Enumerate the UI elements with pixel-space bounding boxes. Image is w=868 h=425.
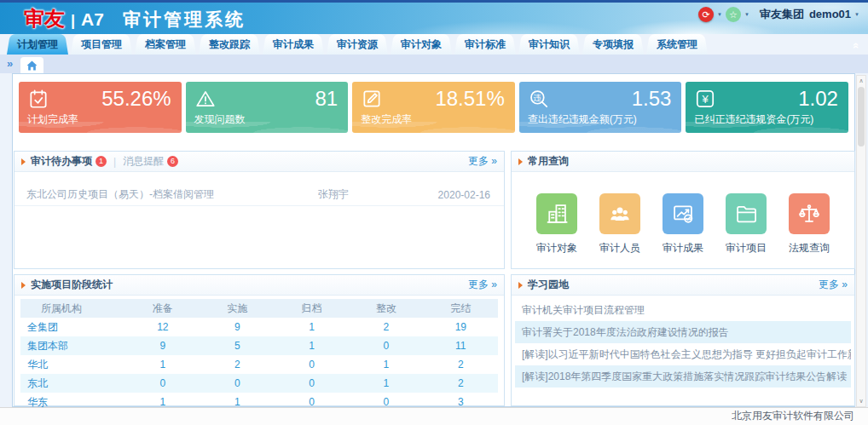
account-org: 审友集团 [760, 8, 804, 20]
quick-query-audit-results[interactable]: 审计成果 [658, 193, 708, 256]
learning-item[interactable]: 审计署关于2018年度法治政府建设情况的报告 [515, 321, 851, 343]
learning-item[interactable]: [解读]以习近平新时代中国特色社会主义思想为指导 更好担负起审计工作新职责新..… [515, 343, 851, 365]
brand-logo: 审友 [24, 5, 65, 32]
stage-count[interactable]: 5 [200, 336, 275, 355]
table-row: 东北 0 0 0 1 2 [20, 374, 498, 393]
learning-more-link[interactable]: 更多 » [819, 278, 848, 292]
org-link[interactable]: 东北 [20, 374, 125, 393]
col-complete: 完结 [424, 299, 498, 318]
tab-message-reminders[interactable]: 消息提醒 [123, 154, 164, 169]
stat-card-violation-amount[interactable]: 违 1.53 查出违纪违规金额(万元) [519, 82, 682, 133]
tab-audit-standards[interactable]: 审计标准 [454, 34, 516, 55]
quick-query-label: 审计项目 [721, 241, 771, 256]
quick-query-label: 法规查询 [784, 241, 834, 256]
todo-date: 2020-02-16 [420, 189, 492, 201]
panel-title: 常用查询 [528, 154, 569, 169]
learning-item[interactable]: [解读]2018年第四季度国家重大政策措施落实情况跟踪审计结果公告解读 [515, 365, 851, 388]
stat-card-problems-found[interactable]: 81 发现问题数 [186, 82, 349, 133]
stat-label: 计划完成率 [27, 112, 78, 127]
tab-system-management[interactable]: 系统管理 [646, 34, 708, 55]
stage-count[interactable]: 0 [275, 355, 349, 374]
stage-more-link[interactable]: 更多 » [468, 278, 497, 292]
favorite-caret-icon[interactable]: ▼ [744, 12, 749, 17]
favorite-button[interactable]: ☆ [726, 7, 741, 22]
stage-count[interactable]: 11 [424, 336, 498, 355]
stage-count[interactable]: 2 [424, 374, 498, 393]
tab-special-reporting[interactable]: 专项填报 [582, 34, 644, 55]
account-menu[interactable]: 审友集团demo01 [760, 7, 851, 22]
refresh-caret-icon[interactable]: ▼ [717, 12, 722, 17]
app-header: 审友 | A7 审计管理系统 ⟳ ▼ ☆ ▼ 审友集团demo01 ▼ [0, 3, 868, 34]
todo-panel-header: 审计待办事项 1 | 消息提醒 6 更多 » [14, 152, 504, 172]
todo-more-link[interactable]: 更多 » [468, 154, 497, 169]
stat-label: 整改完成率 [361, 112, 412, 127]
panel-title: 学习园地 [528, 278, 569, 292]
svg-text:¥: ¥ [702, 93, 709, 106]
edit-square-icon [361, 88, 383, 110]
tab-project-management[interactable]: 项目管理 [71, 34, 132, 55]
stage-count[interactable]: 1 [349, 374, 423, 393]
tab-archive-management[interactable]: 档案管理 [135, 34, 196, 55]
stage-count[interactable]: 0 [125, 374, 200, 393]
expand-arrows-icon[interactable]: » [7, 57, 13, 70]
stage-count[interactable]: 2 [424, 355, 498, 374]
col-archive: 归档 [275, 299, 349, 318]
home-tab[interactable] [20, 57, 43, 73]
quick-query-audit-personnel[interactable]: 审计人员 [595, 193, 645, 256]
home-icon [26, 60, 38, 71]
stage-count[interactable]: 9 [125, 336, 200, 355]
stat-card-corrected-funds[interactable]: ¥ 1.02 已纠正违纪违规资金(万元) [686, 82, 848, 133]
stage-count[interactable]: 2 [349, 318, 423, 336]
todo-list-item[interactable]: 东北公司历史项目（易天）-档案借阅管理 张翔宇 2020-02-16 [14, 184, 504, 206]
tab-audit-results[interactable]: 审计成果 [263, 34, 324, 55]
user-area: ⟳ ▼ ☆ ▼ 审友集团demo01 ▼ [698, 7, 859, 22]
scroll-down-icon[interactable]: ∨ [857, 398, 865, 405]
tab-audit-knowledge[interactable]: 审计知识 [518, 34, 580, 55]
stage-count[interactable]: 1 [349, 355, 423, 374]
stage-count[interactable]: 19 [424, 318, 498, 336]
tab-plan-management[interactable]: 计划管理 [7, 34, 68, 55]
collapse-chevrons-icon[interactable]: « [850, 43, 863, 49]
panel-marker-icon [21, 158, 26, 165]
org-link[interactable]: 华北 [20, 355, 125, 374]
stage-count[interactable]: 0 [349, 336, 423, 355]
quick-query-label: 审计成果 [658, 241, 708, 256]
org-link[interactable]: 集团本部 [20, 336, 125, 355]
yuan-sign-icon: ¥ [694, 88, 716, 110]
table-header-row: 所属机构 准备 实施 归档 整改 完结 [20, 299, 498, 318]
vertical-scrollbar[interactable]: ∧ ∨ [856, 75, 866, 407]
stage-stats-header: 实施项目阶段统计 更多 » [14, 275, 504, 296]
quick-query-audit-projects[interactable]: 审计项目 [721, 193, 771, 256]
quick-query-regulations[interactable]: 法规查询 [784, 193, 834, 256]
stage-count[interactable]: 2 [200, 355, 275, 374]
stage-count[interactable]: 0 [275, 374, 349, 393]
org-link[interactable]: 全集团 [20, 318, 125, 336]
refresh-icon: ⟳ [702, 10, 709, 20]
quick-query-audit-objects[interactable]: 审计对象 [532, 193, 582, 256]
col-rectify: 整改 [349, 299, 423, 318]
quick-query-label: 审计对象 [532, 241, 582, 256]
tab-audit-todos[interactable]: 审计待办事项 [31, 154, 92, 169]
learning-panel: 学习园地 更多 » 审计机关审计项目流程管理 审计署关于2018年度法治政府建设… [511, 274, 855, 406]
tab-rectification-tracking[interactable]: 整改跟踪 [199, 34, 260, 55]
stat-value: 1.53 [632, 87, 672, 111]
tab-audit-objects[interactable]: 审计对象 [391, 34, 452, 55]
stat-card-plan-completion[interactable]: 55.26% 计划完成率 [19, 82, 182, 133]
stage-count[interactable]: 1 [275, 336, 349, 355]
stage-count[interactable]: 12 [125, 318, 200, 336]
stage-count[interactable]: 1 [275, 318, 349, 336]
refresh-button[interactable]: ⟳ [698, 7, 714, 22]
col-prepare: 准备 [125, 299, 200, 318]
stat-value: 55.26% [101, 87, 171, 111]
stat-card-rectification-completion[interactable]: 18.51% 整改完成率 [352, 82, 515, 133]
scroll-up-icon[interactable]: ∧ [857, 78, 865, 84]
learning-item[interactable]: 审计机关审计项目流程管理 [515, 299, 851, 321]
stage-count[interactable]: 0 [200, 374, 275, 393]
scrollbar-thumb[interactable] [858, 87, 865, 146]
tab-audit-resources[interactable]: 审计资源 [327, 34, 388, 55]
stage-count[interactable]: 1 [125, 355, 200, 374]
svg-text:违: 违 [533, 94, 541, 102]
page-footer: 北京用友审计软件有限公司 [0, 407, 868, 425]
stage-count[interactable]: 9 [200, 318, 275, 336]
account-caret-icon[interactable]: ▼ [854, 12, 859, 17]
